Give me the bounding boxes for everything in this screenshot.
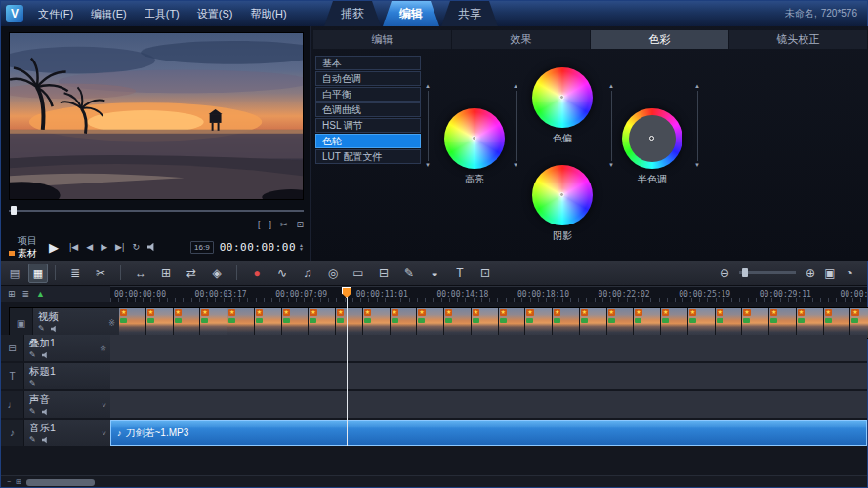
color-tool-option[interactable]: 基本 — [315, 56, 421, 70]
video-thumbnail[interactable] — [146, 308, 174, 338]
subtitle-editor-icon[interactable]: ▭ — [346, 262, 371, 285]
collapse-tracks-icon[interactable]: − — [7, 477, 11, 487]
loop-button[interactable]: ↻ — [132, 242, 140, 252]
slider-down-icon[interactable]: ▼ — [511, 162, 520, 169]
audio-clip[interactable]: ♪ 刀剑若~1.MP3 — [110, 420, 867, 446]
color-tool-option[interactable]: HSL 调节 — [315, 118, 421, 133]
speech-to-text-icon[interactable]: ⊡ — [473, 262, 498, 285]
mark-in-icon[interactable]: [ — [258, 219, 261, 230]
mute-track-icon[interactable] — [42, 437, 49, 444]
record-capture-icon[interactable]: ● — [244, 262, 269, 285]
midtone-slider[interactable]: ▲ ▼ — [692, 83, 702, 169]
video-thumbnail[interactable] — [553, 308, 580, 338]
workflow-tab-共享[interactable]: 共享 — [441, 1, 498, 26]
painting-creator-icon[interactable]: ✎ — [396, 262, 422, 285]
video-thumbnail[interactable] — [580, 308, 607, 338]
ripple-edit-icon[interactable]: ※ — [100, 344, 106, 352]
video-thumbnail[interactable] — [200, 308, 227, 338]
video-thumbnail[interactable] — [363, 308, 391, 338]
color-tool-option[interactable]: 色轮 — [315, 134, 421, 148]
video-track-header[interactable]: ▣ 视频 ✎ ※ — [10, 308, 119, 338]
swap-tracks-icon[interactable]: ⇄ — [179, 262, 204, 285]
slider-track[interactable] — [516, 91, 517, 161]
video-thumbnail[interactable] — [797, 308, 824, 338]
video-thumbnail[interactable] — [309, 308, 336, 338]
video-thumbnail[interactable] — [824, 308, 851, 338]
ripple-edit-icon[interactable]: ※ — [108, 319, 115, 328]
expand-track-icon[interactable]: ˅ — [102, 400, 106, 409]
split-clip-icon[interactable]: ✂ — [280, 219, 288, 230]
panel-tab-镜头校正[interactable]: 镜头校正 — [729, 30, 867, 49]
track-list-icon[interactable]: ≣ — [22, 289, 30, 299]
horizontal-scrollbar[interactable] — [26, 479, 95, 486]
fit-timeline-icon[interactable]: ▣ — [820, 262, 840, 285]
color-tool-option[interactable]: 白平衡 — [315, 87, 421, 102]
slider-track[interactable] — [428, 91, 429, 161]
video-thumbnail[interactable] — [282, 308, 310, 338]
split-clip-icon[interactable]: ✂ — [88, 262, 113, 285]
video-thumbnail[interactable] — [255, 308, 282, 338]
slider-up-icon[interactable]: ▲ — [423, 83, 433, 90]
mask-creator-icon[interactable]: ◒ — [422, 262, 447, 285]
edit-track-icon[interactable]: ✎ — [29, 408, 36, 416]
menu-item[interactable]: 文件(F) — [29, 1, 82, 26]
video-thumbnail[interactable] — [227, 308, 255, 338]
edit-track-icon[interactable]: ✎ — [38, 325, 45, 333]
split-screen-icon[interactable]: ⊟ — [371, 262, 396, 285]
shadow-slider[interactable]: ▲ ▼ — [606, 83, 616, 169]
video-thumbnail[interactable] — [119, 308, 146, 338]
color-tool-option[interactable]: LUT 配置文件 — [315, 149, 421, 164]
slider-track[interactable] — [611, 91, 612, 161]
color-tool-option[interactable]: 色调曲线 — [315, 102, 421, 117]
panel-tab-效果[interactable]: 效果 — [452, 30, 590, 49]
shadow-wheel[interactable] — [532, 165, 593, 225]
zoom-slider[interactable] — [739, 271, 796, 274]
sound-mixer-icon[interactable]: ≣ — [62, 262, 88, 285]
timeline-view-button[interactable]: ▦ — [28, 264, 48, 283]
slider-track[interactable] — [697, 91, 698, 161]
slider-up-icon[interactable]: ▲ — [511, 83, 520, 90]
panel-tab-色彩[interactable]: 色彩 — [591, 30, 728, 49]
edit-track-icon[interactable]: ✎ — [29, 351, 36, 359]
highlight-wheel[interactable] — [444, 108, 505, 169]
video-thumbnail[interactable] — [174, 308, 201, 338]
slider-down-icon[interactable]: ▼ — [692, 162, 702, 169]
insert-frame-icon[interactable]: ⊞ — [153, 262, 179, 285]
menu-item[interactable]: 工具(T) — [136, 1, 188, 26]
video-track-content[interactable] — [119, 308, 868, 338]
mute-track-icon[interactable] — [42, 352, 49, 359]
panel-tab-编辑[interactable]: 编辑 — [313, 30, 451, 49]
enlarge-preview-icon[interactable]: ⊡ — [296, 219, 304, 230]
timecode-stepper[interactable]: ▲ ▼ — [299, 243, 304, 251]
voice-track-header[interactable]: ♩ 声音 ✎ ˅ — [1, 391, 110, 418]
3d-title-icon[interactable]: T — [447, 262, 473, 285]
home-button[interactable]: |◀ — [69, 242, 78, 252]
video-thumbnail[interactable] — [769, 308, 797, 338]
preview-scrubber[interactable] — [9, 205, 304, 216]
offset-slider[interactable]: ▲ ▼ — [511, 83, 520, 169]
storyboard-view-button[interactable]: ▤ — [5, 264, 24, 283]
title-track-content[interactable] — [110, 363, 867, 389]
grid-toggle-icon[interactable]: ⊞ — [16, 477, 21, 487]
video-thumbnail[interactable] — [472, 308, 499, 338]
zoom-in-icon[interactable]: ⊕ — [801, 262, 820, 285]
overlay-track-content[interactable] — [110, 335, 867, 361]
prev-frame-button[interactable]: ◀ — [86, 242, 93, 252]
video-thumbnail[interactable] — [525, 308, 553, 338]
waveform-icon[interactable]: ∿ — [269, 262, 295, 285]
zoom-out-icon[interactable]: ⊖ — [715, 262, 734, 285]
video-thumbnail[interactable] — [607, 308, 635, 338]
workflow-tab-编辑[interactable]: 编辑 — [383, 1, 439, 26]
timecode-down-icon[interactable]: ▼ — [299, 247, 304, 251]
music-track-header[interactable]: ♪ 音乐1 ✎ ˅ — [1, 420, 110, 446]
motion-tracking-icon[interactable]: ◎ — [320, 262, 346, 285]
slider-down-icon[interactable]: ▼ — [606, 162, 616, 169]
mode-button-素材[interactable]: 素材 — [9, 248, 37, 259]
playhead-line[interactable] — [347, 287, 348, 446]
menu-item[interactable]: 编辑(E) — [82, 1, 136, 26]
preview-video[interactable] — [9, 32, 304, 200]
video-thumbnail[interactable] — [716, 308, 743, 338]
video-thumbnail[interactable] — [499, 308, 526, 338]
mute-track-icon[interactable] — [42, 409, 49, 416]
track-manager-icon[interactable]: ⊞ — [8, 289, 16, 299]
